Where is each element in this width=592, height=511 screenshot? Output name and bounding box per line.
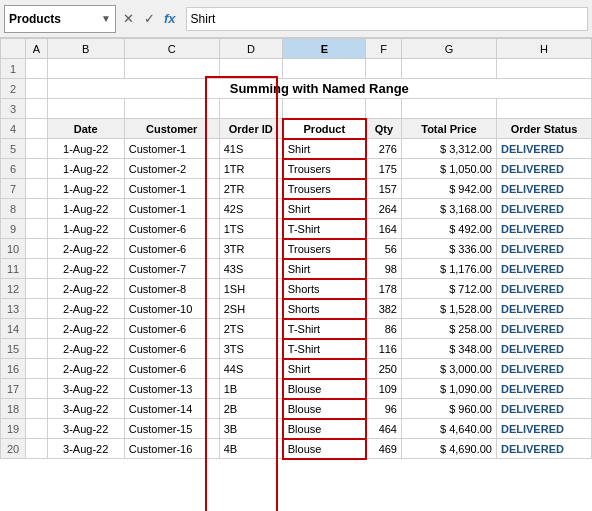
cell-date[interactable]: 1-Aug-22 (47, 199, 124, 219)
col-header-g[interactable]: G (401, 39, 496, 59)
cell-orderid[interactable]: 43S (219, 259, 283, 279)
confirm-icon[interactable]: ✓ (141, 11, 158, 26)
cell-orderstatus[interactable]: DELIVERED (496, 179, 591, 199)
header-date[interactable]: Date (47, 119, 124, 139)
cell-totalprice[interactable]: $ 960.00 (401, 399, 496, 419)
cell-orderstatus[interactable]: DELIVERED (496, 239, 591, 259)
cell-orderid[interactable]: 44S (219, 359, 283, 379)
cell-date[interactable]: 3-Aug-22 (47, 379, 124, 399)
cell-date[interactable]: 2-Aug-22 (47, 299, 124, 319)
col-header-e[interactable]: E (283, 39, 366, 59)
cell-product[interactable]: T-Shirt (283, 319, 366, 339)
cell-customer[interactable]: Customer-6 (124, 219, 219, 239)
cell-product[interactable]: Shirt (283, 139, 366, 159)
cell-qty[interactable]: 157 (366, 179, 402, 199)
cell-orderid[interactable]: 3B (219, 419, 283, 439)
cell-product[interactable]: Blouse (283, 379, 366, 399)
cell-orderid[interactable]: 3TS (219, 339, 283, 359)
cell-orderstatus[interactable]: DELIVERED (496, 299, 591, 319)
cell-orderstatus[interactable]: DELIVERED (496, 279, 591, 299)
cell-totalprice[interactable]: $ 258.00 (401, 319, 496, 339)
cell-qty[interactable]: 464 (366, 419, 402, 439)
cancel-icon[interactable]: ✕ (120, 11, 137, 26)
cell-totalprice[interactable]: $ 1,176.00 (401, 259, 496, 279)
cell-qty[interactable]: 469 (366, 439, 402, 459)
cell-orderstatus[interactable]: DELIVERED (496, 419, 591, 439)
cell-customer[interactable]: Customer-15 (124, 419, 219, 439)
name-box[interactable]: Products ▼ (4, 5, 116, 33)
cell-product[interactable]: Trousers (283, 159, 366, 179)
cell-orderstatus[interactable]: DELIVERED (496, 159, 591, 179)
cell-totalprice[interactable]: $ 3,000.00 (401, 359, 496, 379)
cell-totalprice[interactable]: $ 4,690.00 (401, 439, 496, 459)
cell-orderstatus[interactable]: DELIVERED (496, 399, 591, 419)
cell-date[interactable]: 3-Aug-22 (47, 419, 124, 439)
cell-totalprice[interactable]: $ 492.00 (401, 219, 496, 239)
cell-customer[interactable]: Customer-8 (124, 279, 219, 299)
col-header-b[interactable]: B (47, 39, 124, 59)
cell-product[interactable]: Blouse (283, 399, 366, 419)
cell-totalprice[interactable]: $ 4,640.00 (401, 419, 496, 439)
header-orderstatus[interactable]: Order Status (496, 119, 591, 139)
cell-date[interactable]: 2-Aug-22 (47, 259, 124, 279)
cell-customer[interactable]: Customer-1 (124, 199, 219, 219)
cell-product[interactable]: Shorts (283, 299, 366, 319)
cell-totalprice[interactable]: $ 1,090.00 (401, 379, 496, 399)
cell-totalprice[interactable]: $ 3,168.00 (401, 199, 496, 219)
col-header-a[interactable]: A (26, 39, 47, 59)
cell-date[interactable]: 3-Aug-22 (47, 439, 124, 459)
cell-orderid[interactable]: 1TR (219, 159, 283, 179)
header-product[interactable]: Product (283, 119, 366, 139)
cell-product[interactable]: Trousers (283, 239, 366, 259)
cell-qty[interactable]: 276 (366, 139, 402, 159)
cell-customer[interactable]: Customer-1 (124, 139, 219, 159)
cell-orderid[interactable]: 3TR (219, 239, 283, 259)
cell-qty[interactable]: 382 (366, 299, 402, 319)
cell-orderstatus[interactable]: DELIVERED (496, 199, 591, 219)
cell-customer[interactable]: Customer-6 (124, 239, 219, 259)
cell-qty[interactable]: 264 (366, 199, 402, 219)
cell-product[interactable]: T-Shirt (283, 339, 366, 359)
cell-date[interactable]: 2-Aug-22 (47, 339, 124, 359)
cell-qty[interactable]: 86 (366, 319, 402, 339)
cell-orderid[interactable]: 2TS (219, 319, 283, 339)
cell-product[interactable]: Blouse (283, 439, 366, 459)
cell-qty[interactable]: 96 (366, 399, 402, 419)
cell-date[interactable]: 2-Aug-22 (47, 239, 124, 259)
col-header-h[interactable]: H (496, 39, 591, 59)
formula-input[interactable] (186, 7, 588, 31)
col-header-c[interactable]: C (124, 39, 219, 59)
cell-qty[interactable]: 116 (366, 339, 402, 359)
cell-totalprice[interactable]: $ 1,528.00 (401, 299, 496, 319)
cell-qty[interactable]: 164 (366, 219, 402, 239)
cell-qty[interactable]: 109 (366, 379, 402, 399)
cell-orderid[interactable]: 2B (219, 399, 283, 419)
cell-date[interactable]: 1-Aug-22 (47, 179, 124, 199)
cell-date[interactable]: 2-Aug-22 (47, 279, 124, 299)
cell-orderid[interactable]: 4B (219, 439, 283, 459)
cell-date[interactable]: 2-Aug-22 (47, 319, 124, 339)
cell-customer[interactable]: Customer-6 (124, 339, 219, 359)
cell-customer[interactable]: Customer-14 (124, 399, 219, 419)
cell-totalprice[interactable]: $ 942.00 (401, 179, 496, 199)
cell-orderstatus[interactable]: DELIVERED (496, 139, 591, 159)
header-totalprice[interactable]: Total Price (401, 119, 496, 139)
cell-orderstatus[interactable]: DELIVERED (496, 319, 591, 339)
cell-totalprice[interactable]: $ 336.00 (401, 239, 496, 259)
cell-customer[interactable]: Customer-6 (124, 359, 219, 379)
cell-customer[interactable]: Customer-10 (124, 299, 219, 319)
cell-customer[interactable]: Customer-13 (124, 379, 219, 399)
cell-orderstatus[interactable]: DELIVERED (496, 339, 591, 359)
cell-totalprice[interactable]: $ 3,312.00 (401, 139, 496, 159)
header-orderid[interactable]: Order ID (219, 119, 283, 139)
cell-orderid[interactable]: 42S (219, 199, 283, 219)
col-header-d[interactable]: D (219, 39, 283, 59)
cell-customer[interactable]: Customer-16 (124, 439, 219, 459)
cell-totalprice[interactable]: $ 1,050.00 (401, 159, 496, 179)
col-header-f[interactable]: F (366, 39, 402, 59)
cell-qty[interactable]: 175 (366, 159, 402, 179)
cell-qty[interactable]: 98 (366, 259, 402, 279)
cell-customer[interactable]: Customer-6 (124, 319, 219, 339)
cell-orderstatus[interactable]: DELIVERED (496, 379, 591, 399)
cell-date[interactable]: 1-Aug-22 (47, 139, 124, 159)
